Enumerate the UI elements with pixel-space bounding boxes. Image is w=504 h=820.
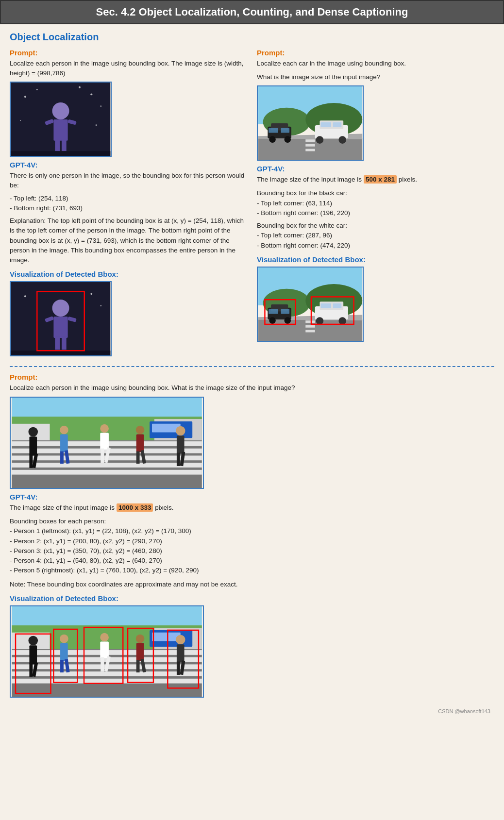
svg-point-97: [176, 426, 185, 436]
svg-rect-14: [11, 151, 111, 156]
bottom-gpt-text-inline: The image size of the input image is 100…: [10, 503, 494, 513]
bottom-viz-label: Visualization of Detected Bbox:: [10, 594, 494, 602]
svg-point-113: [28, 636, 38, 646]
svg-rect-52: [305, 325, 315, 328]
svg-point-117: [60, 635, 68, 643]
svg-point-58: [284, 317, 291, 324]
left-gpt-text-2: - Top left: (254, 118) - Bottom right: (…: [10, 194, 247, 214]
svg-rect-51: [305, 320, 315, 323]
right-gpt-size-post: pixels.: [399, 176, 417, 183]
two-col-section: Prompt: Localize each person in the imag…: [10, 49, 494, 360]
svg-rect-33: [305, 149, 315, 151]
bottom-gpt-size-post: pixels.: [155, 504, 173, 511]
right-size-highlight: 500 x 281: [364, 175, 397, 184]
svg-rect-60: [281, 309, 290, 314]
bottom-size-highlight: 1000 x 333: [117, 503, 153, 512]
svg-rect-19: [62, 336, 67, 350]
left-viz-label: Visualization of Detected Bbox:: [10, 270, 247, 278]
svg-point-13: [79, 86, 81, 88]
svg-point-63: [316, 317, 324, 325]
right-gpt-size-pre: The image size of the input image is: [257, 176, 362, 183]
svg-point-37: [269, 136, 276, 143]
svg-rect-59: [269, 309, 278, 314]
svg-point-7: [24, 96, 26, 98]
highway-bbox-image: [257, 267, 364, 342]
page-header: Sec. 4.2 Object Localization, Counting, …: [0, 0, 504, 24]
svg-point-8: [36, 89, 38, 90]
svg-point-121: [100, 633, 109, 642]
bottom-gpt-label: GPT-4V:: [10, 493, 494, 501]
svg-rect-18: [55, 336, 60, 350]
svg-point-125: [136, 635, 145, 643]
section-divider: [10, 366, 494, 367]
left-gpt-label: GPT-4V:: [10, 161, 247, 169]
right-viz-label: Visualization of Detected Bbox:: [257, 255, 494, 264]
svg-rect-45: [320, 122, 331, 127]
svg-rect-25: [11, 351, 111, 356]
footer: CSDN @whaosoft143: [10, 706, 494, 716]
svg-rect-118: [60, 643, 68, 661]
svg-point-81: [28, 427, 38, 437]
bottom-gpt-size-pre: The image size of the input image is: [10, 504, 115, 511]
bottom-gpt-text-3: Bounding boxes for each person: - Person…: [10, 517, 494, 576]
left-column: Prompt: Localize each person in the imag…: [10, 49, 247, 360]
section-title: Object Localization: [10, 32, 494, 43]
svg-rect-65: [320, 303, 331, 308]
svg-point-22: [24, 296, 26, 298]
svg-point-24: [100, 305, 101, 307]
right-column: Prompt: Localize each car in the image u…: [257, 49, 494, 360]
svg-rect-82: [29, 436, 37, 455]
svg-rect-17: [53, 317, 67, 338]
svg-rect-114: [29, 645, 37, 664]
main-content: Object Localization Prompt: Localize eac…: [0, 24, 504, 723]
svg-rect-115: [29, 663, 33, 676]
svg-point-11: [20, 120, 21, 121]
svg-rect-94: [136, 434, 144, 452]
svg-rect-127: [136, 660, 140, 672]
left-prompt-text: Localize each person in the image using …: [10, 59, 247, 78]
right-gpt-text-4: Bounding box for the white car: - Top le…: [257, 221, 494, 251]
svg-rect-80: [12, 470, 202, 475]
right-prompt-label: Prompt:: [257, 49, 494, 57]
svg-rect-83: [29, 454, 33, 468]
svg-rect-111: [12, 671, 202, 676]
svg-point-64: [338, 317, 346, 325]
svg-rect-86: [60, 434, 68, 452]
left-prompt-label: Prompt:: [10, 49, 247, 57]
bottom-prompt-text: Localize each person in the image using …: [10, 383, 494, 393]
svg-point-89: [100, 424, 109, 433]
crosswalk-image: [10, 397, 204, 489]
svg-rect-131: [177, 661, 180, 674]
bottom-prompt-label: Prompt:: [10, 373, 494, 381]
svg-rect-4: [62, 139, 67, 151]
concert-bbox-image: [10, 281, 112, 356]
header-title: Sec. 4.2 Object Localization, Counting, …: [96, 6, 408, 18]
svg-rect-53: [305, 330, 315, 332]
svg-rect-32: [305, 144, 315, 147]
svg-rect-98: [177, 435, 185, 453]
svg-rect-95: [136, 452, 140, 464]
right-gpt-text-inline: The image size of the input image is 500…: [257, 175, 494, 184]
svg-rect-79: [12, 463, 202, 468]
svg-rect-39: [269, 128, 278, 133]
svg-rect-3: [55, 139, 60, 151]
left-gpt-text-3: Explanation: The top left point of the b…: [10, 216, 247, 265]
concert-image: [10, 82, 112, 157]
svg-point-12: [96, 124, 97, 126]
svg-rect-91: [101, 449, 104, 463]
svg-point-23: [90, 293, 92, 295]
svg-point-57: [269, 317, 276, 324]
svg-point-43: [316, 136, 324, 144]
right-gpt-text-3: Bounding box for the black car: - Top le…: [257, 188, 494, 218]
svg-rect-123: [101, 657, 104, 671]
svg-rect-122: [100, 641, 109, 658]
svg-point-129: [176, 635, 185, 645]
svg-point-44: [338, 136, 346, 144]
svg-rect-126: [136, 643, 144, 661]
svg-rect-119: [60, 660, 64, 672]
svg-rect-90: [100, 433, 109, 449]
svg-point-9: [90, 94, 92, 96]
svg-point-1: [52, 102, 69, 119]
svg-point-93: [136, 426, 145, 435]
svg-rect-40: [281, 128, 290, 133]
